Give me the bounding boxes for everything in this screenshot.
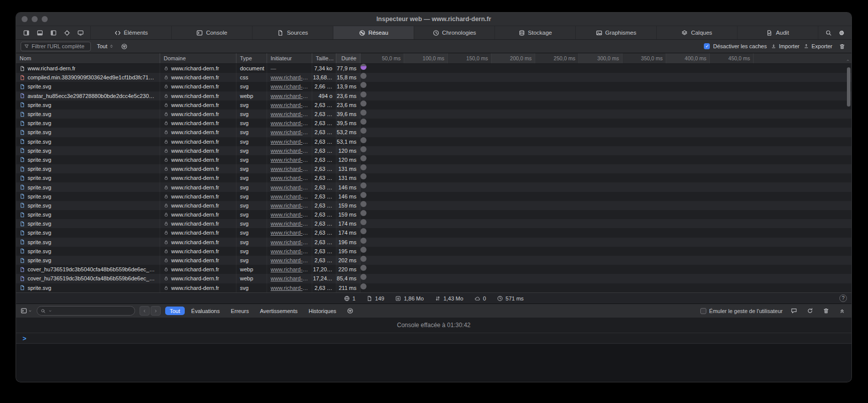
table-row[interactable]: sprite.svgwww.richard-dern.frsvgwww.rich… [16, 119, 851, 128]
clear-network-button[interactable] [837, 43, 847, 50]
console-filter-options-button[interactable] [345, 308, 355, 314]
initiator-link[interactable]: www.richard-d… [271, 129, 308, 135]
table-row[interactable]: sprite.svgwww.richard-dern.frsvgwww.rich… [16, 110, 851, 119]
filter-options-button[interactable] [119, 43, 130, 50]
initiator-link[interactable]: www.richard-d… [271, 102, 308, 108]
initiator-link[interactable]: www.richard-d… [271, 221, 308, 227]
reload-button[interactable] [805, 308, 815, 314]
column-header[interactable]: Taille… [312, 53, 336, 63]
table-row[interactable]: avatar_hu85ecc3e298728880b0bde2dcc4e5c23… [16, 91, 851, 100]
table-row[interactable]: sprite.svgwww.richard-dern.frsvgwww.rich… [16, 192, 851, 201]
console-scope-avertissements[interactable]: Avertissements [256, 307, 302, 315]
initiator-link[interactable]: www.richard-d… [271, 239, 308, 245]
initiator-link[interactable]: www.richard-d… [271, 157, 308, 163]
table-row[interactable]: sprite.svgwww.richard-dern.frsvgwww.rich… [16, 164, 851, 173]
console-scope-historiques[interactable]: Historiques [304, 307, 341, 315]
scrollbar-thumb[interactable] [847, 67, 850, 107]
table-row[interactable]: sprite.svgwww.richard-dern.frsvgwww.rich… [16, 201, 851, 210]
column-header[interactable]: Durée [336, 53, 360, 63]
initiator-link[interactable]: www.richard-d… [271, 248, 308, 254]
table-row[interactable]: sprite.svgwww.richard-dern.frsvgwww.rich… [16, 283, 851, 292]
tab-layers[interactable]: Calques [656, 26, 737, 39]
initiator-link[interactable]: www.richard-d… [271, 93, 308, 99]
initiator-link[interactable]: www.richard-d… [271, 230, 308, 236]
scroll-up-button[interactable] [846, 55, 850, 63]
inspect-element-button[interactable] [61, 27, 73, 38]
column-header[interactable]: Nom [16, 53, 160, 63]
resource-type-select[interactable]: Tout [95, 42, 115, 50]
initiator-link[interactable]: www.richard-d… [271, 203, 308, 209]
console-scope-erreurs[interactable]: Erreurs [226, 307, 254, 315]
help-button[interactable]: ? [839, 294, 847, 302]
url-filter-input[interactable]: Filtrer l'URL complète [21, 42, 91, 51]
table-row[interactable]: sprite.svgwww.richard-dern.frsvgwww.rich… [16, 238, 851, 247]
table-row[interactable]: sprite.svgwww.richard-dern.frsvgwww.rich… [16, 256, 851, 265]
previous-result-button[interactable] [140, 306, 150, 316]
tab-network[interactable]: Réseau [333, 26, 414, 39]
close-button[interactable] [22, 16, 28, 22]
initiator-link[interactable]: www.richard-d… [271, 166, 308, 172]
clear-console-button[interactable] [821, 308, 831, 314]
initiator-link[interactable]: www.richard-d… [271, 139, 308, 145]
console-messages-button[interactable] [789, 308, 799, 314]
initiator-link[interactable]: www.richard-d… [271, 74, 308, 80]
initiator-link[interactable]: www.richard-d… [271, 111, 308, 117]
console-scope-tout[interactable]: Tout [165, 307, 185, 315]
table-row[interactable]: sprite.svgwww.richard-dern.frsvgwww.rich… [16, 137, 851, 146]
table-row[interactable]: www.richard-dern.frwww.richard-dern.frdo… [16, 64, 851, 73]
export-button[interactable]: Exporter [804, 43, 832, 49]
next-result-button[interactable] [151, 306, 161, 316]
table-row[interactable]: sprite.svgwww.richard-dern.frsvgwww.rich… [16, 128, 851, 137]
initiator-link[interactable]: www.richard-d… [271, 148, 308, 154]
table-row[interactable]: sprite.svgwww.richard-dern.frsvgwww.rich… [16, 228, 851, 237]
collapse-console-button[interactable] [837, 308, 847, 314]
console-prompt-row[interactable]: > [16, 333, 851, 344]
tab-elements[interactable]: Éléments [90, 26, 171, 39]
table-row[interactable]: sprite.svgwww.richard-dern.frsvgwww.rich… [16, 155, 851, 164]
console-prompt-chevron[interactable]: > [23, 335, 27, 342]
table-row[interactable]: sprite.svgwww.richard-dern.frsvgwww.rich… [16, 82, 851, 91]
table-row[interactable]: compiled.min.38390909f303624ed9e1cf1bd3f… [16, 73, 851, 82]
tab-audit[interactable]: Audit [737, 26, 818, 39]
tab-sources[interactable]: Sources [252, 26, 333, 39]
console-scope-evaluations[interactable]: Évaluations [187, 307, 224, 315]
initiator-link[interactable]: www.richard-d… [271, 257, 308, 263]
dock-bottom-button[interactable] [34, 27, 46, 38]
console-mode-button[interactable] [21, 308, 32, 314]
column-header[interactable]: Initiateur [267, 53, 312, 63]
zoom-button[interactable] [42, 16, 48, 22]
column-header[interactable]: Domaine [160, 53, 236, 63]
table-row[interactable]: sprite.svgwww.richard-dern.frsvgwww.rich… [16, 173, 851, 182]
tab-storage[interactable]: Stockage [494, 26, 575, 39]
initiator-link[interactable]: www.richard-d… [271, 266, 308, 272]
scrollbar[interactable] [846, 64, 850, 291]
table-row[interactable]: cover_hu736519dc3b5040cfa48b6b559b6de6ec… [16, 265, 851, 274]
dock-right-button[interactable] [20, 27, 32, 38]
console-search-input[interactable] [37, 306, 135, 316]
minimize-button[interactable] [32, 16, 38, 22]
initiator-link[interactable]: www.richard-d… [271, 212, 308, 218]
table-row[interactable]: sprite.svgwww.richard-dern.frsvgwww.rich… [16, 100, 851, 110]
initiator-link[interactable]: www.richard-d… [271, 285, 308, 291]
table-row[interactable]: sprite.svgwww.richard-dern.frsvgwww.rich… [16, 219, 851, 228]
table-row[interactable]: sprite.svgwww.richard-dern.frsvgwww.rich… [16, 182, 851, 191]
table-row[interactable]: sprite.svgwww.richard-dern.frsvgwww.rich… [16, 146, 851, 155]
tab-console[interactable]: Console [171, 26, 252, 39]
initiator-link[interactable]: www.richard-d… [271, 83, 308, 89]
tab-timelines[interactable]: Chronologies [414, 26, 494, 39]
emulate-user-gesture-checkbox[interactable]: Émuler le geste de l'utilisateur [700, 308, 783, 314]
table-row[interactable]: sprite.svgwww.richard-dern.frsvgwww.rich… [16, 210, 851, 219]
table-row[interactable]: cover_hu736519dc3b5040cfa48b6b559b6de6ec… [16, 274, 851, 283]
initiator-link[interactable]: www.richard-d… [271, 193, 308, 199]
device-settings-button[interactable] [74, 27, 86, 38]
initiator-link[interactable]: www.richard-d… [271, 184, 308, 190]
tab-graphics[interactable]: Graphismes [575, 26, 656, 39]
dock-left-button[interactable] [47, 27, 59, 38]
initiator-link[interactable]: www.richard-d… [271, 175, 308, 181]
table-row[interactable]: sprite.svgwww.richard-dern.frsvgwww.rich… [16, 247, 851, 256]
column-header[interactable]: Type [236, 53, 267, 63]
disable-caches-checkbox[interactable]: ✓ Désactiver les caches [704, 43, 767, 49]
initiator-link[interactable]: www.richard-d… [271, 120, 308, 126]
settings-button[interactable] [835, 27, 847, 38]
search-button[interactable] [822, 27, 834, 38]
